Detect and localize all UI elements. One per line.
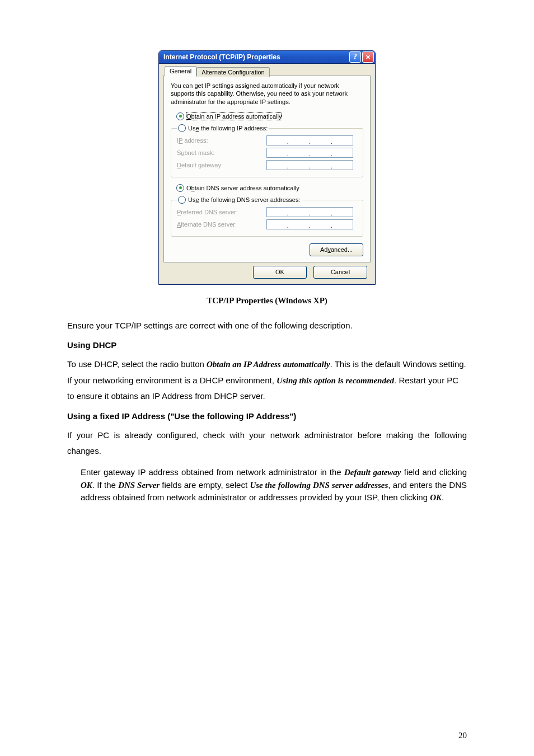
para-dhcp: To use DHCP, select the radio button Obt… [67,356,467,405]
para-fixed: If your PC is already configured, check … [67,428,467,459]
heading-using-fixed: Using a fixed IP Address ("Use the follo… [67,411,467,421]
label-subnet-mask: Subnet mask: [177,149,266,156]
radio-dns-auto-label[interactable]: Obtain DNS server address automatically [186,185,299,191]
input-preferred-dns: ... [266,207,353,217]
page-number: 20 [458,731,467,740]
radio-dns-manual-label[interactable]: Use the following DNS server addresses: [188,196,301,203]
input-subnet-mask: ... [266,148,353,158]
help-button[interactable]: ? [349,51,361,63]
radio-dns-manual-row: Use the following DNS server addresses: [177,196,302,204]
radio-ip-manual-label[interactable]: Use the following IP address: [188,125,268,132]
description-text: You can get IP settings assigned automat… [171,82,363,106]
input-default-gateway: ... [266,160,353,170]
ok-button[interactable]: OK [253,266,307,279]
input-alternate-dns: ... [266,219,353,229]
para-ensure: Ensure your TCP/IP settings are correct … [67,318,467,334]
advanced-button[interactable]: Advanced... [310,243,363,256]
tabpage-general: You can get IP settings assigned automat… [163,76,371,262]
para-indent: Enter gateway IP address obtained from n… [67,466,467,504]
radio-ip-auto[interactable] [176,112,184,120]
dialog-title: Internet Protocol (TCP/IP) Properties [163,53,348,61]
label-default-gateway: Default gateway: [177,162,266,168]
tcpip-properties-dialog: Internet Protocol (TCP/IP) Properties ? … [158,50,376,285]
figure-caption: TCP/IP Properties (Windows XP) [67,296,467,306]
tabstrip: General Alternate Configuration [163,66,371,76]
input-ip-address: ... [266,135,353,145]
close-button[interactable]: ✕ [362,51,374,63]
tab-general[interactable]: General [165,66,196,76]
radio-ip-manual[interactable] [178,124,186,132]
label-preferred-dns: Preferred DNS server: [177,209,266,215]
heading-using-dhcp: Using DHCP [67,340,467,350]
label-alternate-dns: Alternate DNS server: [177,221,266,228]
radio-dns-auto[interactable] [176,184,184,192]
tab-alternate-configuration[interactable]: Alternate Configuration [196,67,270,77]
radio-ip-auto-label[interactable]: Obtain an IP address automatically [186,113,282,120]
cancel-button[interactable]: Cancel [313,266,367,279]
radio-dns-manual[interactable] [178,196,186,204]
radio-ip-manual-row: Use the following IP address: [177,124,269,132]
label-ip-address: IP address: [177,137,266,144]
titlebar[interactable]: Internet Protocol (TCP/IP) Properties ? … [159,51,375,64]
